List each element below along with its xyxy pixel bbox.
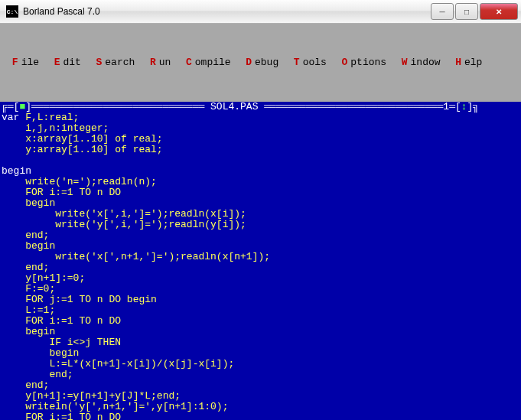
menu-window[interactable]: Window xyxy=(396,57,446,68)
maximize-button[interactable]: □ xyxy=(455,3,478,20)
code-area[interactable]: var F,L:real; i,j,n:integer; x:array[1..… xyxy=(0,112,521,420)
code-line: y[n+1]:=y[n+1]+y[J]*L;end; xyxy=(2,390,181,402)
code-line: begin xyxy=(2,165,31,177)
code-line: begin xyxy=(2,347,79,359)
editor-window: ╔═[■]═════════════════════════════ SOL4.… xyxy=(0,102,521,420)
code-line: writeln('y[',n+1,']=',y[n+1]:1:0); xyxy=(2,401,228,412)
titlebar[interactable]: C:\ Borland Pascal 7.0 ─ □ ✕ xyxy=(0,0,521,24)
code-line: write('x[',n+1,']=');readln(x[n+1]); xyxy=(2,251,270,262)
code-line: begin xyxy=(2,326,55,337)
menu-options[interactable]: Options xyxy=(336,57,392,68)
code-line: end; xyxy=(2,369,73,380)
code-line: F,L:real; xyxy=(19,112,79,123)
menu-search[interactable]: Search xyxy=(90,57,141,68)
code-line: FOR i:=1 TO n DO xyxy=(2,412,121,420)
code-line: write('n=');readln(n); xyxy=(2,176,157,187)
editor-top-frame: ╔═[■]═════════════════════════════ SOL4.… xyxy=(0,102,521,112)
menu-bar[interactable]: File Edit Search Run Compile Debug Tools… xyxy=(0,56,521,70)
editor-window-number: 1 xyxy=(443,101,449,112)
console-area: File Edit Search Run Compile Debug Tools… xyxy=(0,24,521,420)
code-line: IF i<>j THEN xyxy=(2,337,121,348)
app-icon: C:\ xyxy=(6,5,18,18)
code-line: L:=L*(x[n+1]-x[i])/(x[j]-x[i]); xyxy=(2,358,234,370)
minimize-button[interactable]: ─ xyxy=(431,3,454,20)
code-line: F:=0; xyxy=(2,283,55,295)
code-line: begin xyxy=(2,197,55,209)
code-line: FOR j:=1 TO n DO begin xyxy=(2,294,157,305)
code-line: end; xyxy=(2,230,49,241)
menu-debug[interactable]: Debug xyxy=(239,57,285,68)
code-line: write('y[',i,']=');readln(y[i]); xyxy=(2,219,246,230)
window-controls: ─ □ ✕ xyxy=(429,3,518,20)
menu-edit[interactable]: Edit xyxy=(48,57,87,68)
app-window: C:\ Borland Pascal 7.0 ─ □ ✕ File Edit S… xyxy=(0,0,521,420)
code-line: y[n+1]:=0; xyxy=(2,272,85,284)
code-line: end; xyxy=(2,262,49,273)
code-line: write('x[',i,']=');readln(x[i]); xyxy=(2,208,246,220)
code-line: begin xyxy=(2,240,55,252)
window-title: Borland Pascal 7.0 xyxy=(23,6,429,17)
code-line: i,j,n:integer; xyxy=(2,122,109,134)
code-line: L:=1; xyxy=(2,304,55,316)
code-line: var xyxy=(2,112,19,123)
close-button[interactable]: ✕ xyxy=(480,3,518,20)
code-line: y:array[1..10] of real; xyxy=(2,144,163,155)
menu-run[interactable]: Run xyxy=(144,57,177,68)
code-line: FOR i:=1 TO n DO xyxy=(2,187,121,198)
menu-file[interactable]: File xyxy=(6,57,45,68)
editor-filename: SOL4.PAS xyxy=(210,101,258,112)
code-line: FOR i:=1 TO n DO xyxy=(2,315,121,327)
menu-tools[interactable]: Tools xyxy=(288,57,333,68)
code-line: x:array[1..10] of real; xyxy=(2,133,163,145)
menu-compile[interactable]: Compile xyxy=(180,57,236,68)
menu-help[interactable]: Help xyxy=(449,57,488,68)
code-line: end; xyxy=(2,379,49,391)
